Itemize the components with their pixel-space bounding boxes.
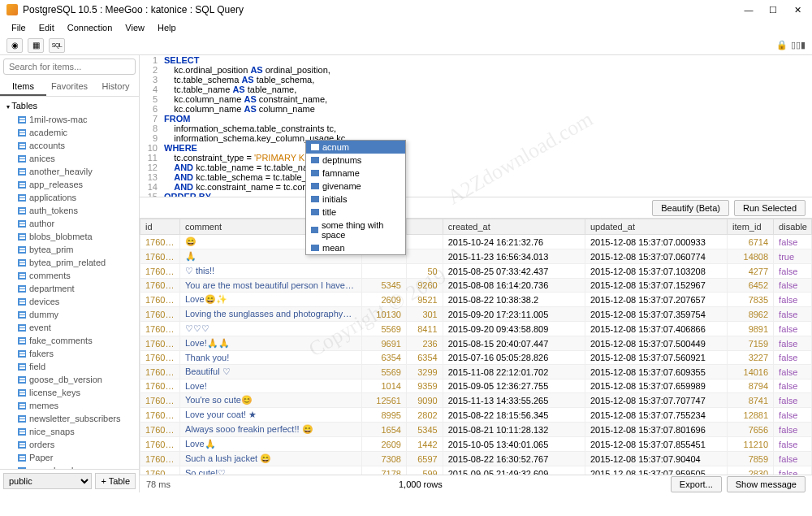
sql-toolbar-button[interactable]: SQL [49,38,65,53]
table-icon [18,207,26,215]
table-row[interactable]: 176023♡♡♡556984112015-09-20 09:43:58.809… [140,322,812,336]
autocomplete-item[interactable]: initials [306,193,405,206]
table-row[interactable]: 176031Love🙏260914422015-10-05 13:40:01.0… [140,437,812,452]
table-icon [18,389,26,397]
query-timing: 78 ms [146,479,171,489]
add-table-button[interactable]: + Table [95,473,136,489]
table-fake_comments[interactable]: fake_comments [0,334,139,347]
table-memes[interactable]: memes [0,399,139,412]
table-row[interactable]: 176032Such a lush jacket 😄730865972015-0… [140,452,812,466]
table-row[interactable]: 176018🙏2015-11-23 16:56:34.0132015-12-08… [140,249,812,264]
table-row[interactable]: 176021Love😄✨260995212015-08-22 10:38:38.… [140,293,812,307]
table-icon [18,415,26,423]
close-button[interactable]: ✕ [789,5,806,15]
table-dummy[interactable]: dummy [0,308,139,321]
table-icon [18,259,26,267]
table-bytea_prim_related[interactable]: bytea_prim_related [0,256,139,269]
table-fakers[interactable]: fakers [0,347,139,360]
search-input[interactable] [3,59,136,75]
sidebar-tab-items[interactable]: Items [0,78,46,96]
table-devices[interactable]: devices [0,295,139,308]
maximize-button[interactable]: ☐ [765,5,781,15]
table-comments[interactable]: comments [0,269,139,282]
table-row[interactable]: 176026Beautiful ♡556932992015-11-08 22:1… [140,365,812,379]
column-header-disable[interactable]: disable [774,219,812,235]
menubar: FileEditConnectionViewHelp [0,20,812,36]
table-row[interactable]: 176033So cute!♡71785992015-09-05 21:49:3… [140,466,812,475]
sidebar: ItemsFavoritesHistory Tables 1mil-rows-m… [0,55,140,492]
table-row[interactable]: 176025Thank you!635463542015-07-16 05:05… [140,351,812,365]
autocomplete-item[interactable]: title [306,206,405,219]
statusbar: 78 ms 1,000 rows Export... Show message [140,475,812,492]
column-header-created_at[interactable]: created_at [443,219,585,235]
table-icon [18,428,26,436]
table-applications[interactable]: applications [0,191,139,204]
column-header-id[interactable]: id [140,219,180,235]
column-header-updated_at[interactable]: updated_at [585,219,727,235]
table-department[interactable]: department [0,282,139,295]
run-selected-button[interactable]: Run Selected [734,200,806,216]
table-1mil-rows-mac[interactable]: 1mil-rows-mac [0,113,139,126]
table-icon [18,129,26,137]
table-row[interactable]: 176020You are the most beautiful person … [140,279,812,293]
table-row[interactable]: 176029Love your coat! ★899528022015-08-2… [140,408,812,423]
table-anices[interactable]: anices [0,152,139,165]
battery-icon: ▯▯▮ [791,40,806,50]
autocomplete-item[interactable]: mean [306,241,405,254]
table-license_keys[interactable]: license_keys [0,386,139,399]
autocomplete-item[interactable]: famname [306,167,405,180]
minimize-button[interactable]: — [741,5,757,15]
table-bytea_prim[interactable]: bytea_prim [0,243,139,256]
table-accounts[interactable]: accounts [0,139,139,152]
tree-header-tables[interactable]: Tables [0,98,139,113]
schema-selector[interactable]: public [3,473,92,489]
table-icon [18,337,26,345]
table-newsletter_subscribers[interactable]: newsletter_subscribers [0,412,139,425]
menu-help[interactable]: Help [153,21,181,34]
export-button[interactable]: Export... [671,476,722,492]
table-row[interactable]: 176027Love!101493592015-09-05 12:36:27.7… [140,379,812,393]
menu-file[interactable]: File [6,21,31,34]
table-auth_tokens[interactable]: auth_tokens [0,204,139,217]
table-icon [18,246,26,254]
table-nice_snaps[interactable]: nice_snaps [0,425,139,438]
table-goose_db_version[interactable]: goose_db_version [0,373,139,386]
table-icon [18,285,26,293]
sql-editor[interactable]: 1SELECT2 kc.ordinal_position AS ordinal_… [140,55,812,197]
table-event[interactable]: event [0,321,139,334]
autocomplete-item[interactable]: deptnums [306,154,405,167]
column-header-blank3[interactable] [406,219,443,235]
table-row[interactable]: 176022Loving the sunglasses and photogra… [140,307,812,322]
table-blobs_blobmeta[interactable]: blobs_blobmeta [0,230,139,243]
sidebar-tab-history[interactable]: History [93,78,139,96]
table-row[interactable]: 176019♡ this!!502015-08-25 07:33:42.4372… [140,264,812,279]
autocomplete-item[interactable]: some thing with space [306,219,405,241]
column-header-item_id[interactable]: item_id [728,219,774,235]
show-message-button[interactable]: Show message [727,476,806,492]
table-author[interactable]: author [0,217,139,230]
sidebar-tab-favorites[interactable]: Favorites [46,78,93,96]
table-row[interactable]: 176030Always sooo freakin perfect!! 😄165… [140,423,812,437]
table-toolbar-button[interactable]: ▦ [28,38,44,53]
table-Paper[interactable]: Paper [0,451,139,464]
beautify-button[interactable]: Beautify (Beta) [652,200,729,216]
table-orders[interactable]: orders [0,438,139,451]
db-toolbar-button[interactable]: ◉ [6,38,23,53]
results-grid[interactable]: idcommentcreated_atupdated_atitem_iddisa… [140,219,812,475]
table-row[interactable]: 176028You're so cute😊1256190902015-11-13… [140,393,812,408]
table-academic[interactable]: academic [0,126,139,139]
menu-connection[interactable]: Connection [63,21,118,34]
menu-view[interactable]: View [120,21,149,34]
table-row[interactable]: 176024Love!🙏🙏96912362015-08-15 20:40:07.… [140,336,812,351]
table-field[interactable]: field [0,360,139,373]
menu-edit[interactable]: Edit [34,21,59,34]
autocomplete-item[interactable]: givename [306,180,405,193]
table-icon [18,363,26,371]
table-row[interactable]: 176017😄2015-10-24 16:21:32.762015-12-08 … [140,235,812,249]
table-app_releases[interactable]: app_releases [0,178,139,191]
autocomplete-popup: acnumdeptnumsfamnamegivenameinitialstitl… [305,140,406,255]
table-another_heavily[interactable]: another_heavily [0,165,139,178]
autocomplete-item[interactable]: acnum [306,141,405,154]
table-icon [18,142,26,150]
window-title: PostgreSQL 10.5 : MeeGoo : katonice : SQ… [23,4,244,15]
